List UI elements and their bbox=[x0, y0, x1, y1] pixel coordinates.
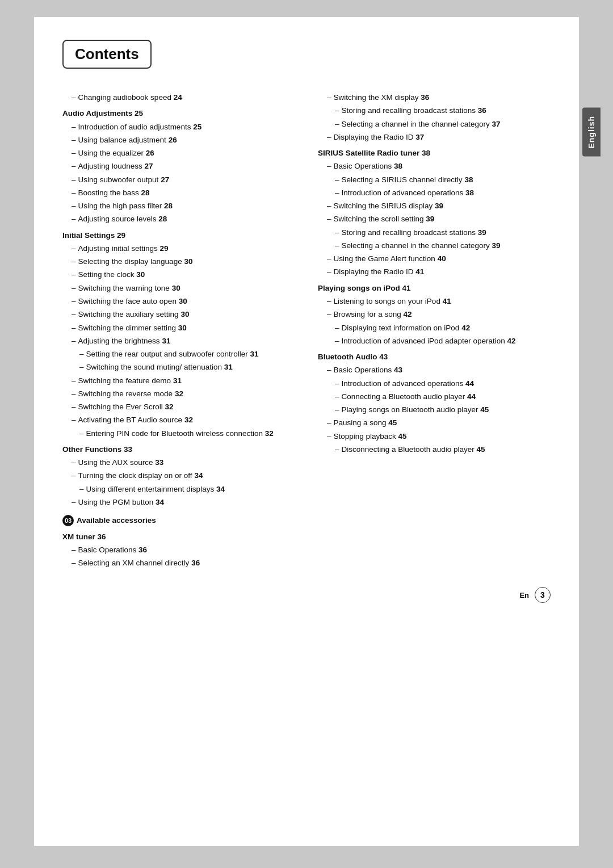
dash-icon: – bbox=[79, 485, 84, 493]
sub-label: Activating the BT Audio source bbox=[78, 416, 183, 424]
list-item: –Selecting the display language 30 bbox=[62, 255, 295, 268]
list-item: –Using the AUX source 33 bbox=[62, 456, 295, 469]
sub2-num: 37 bbox=[492, 120, 500, 128]
sub2-label: Introduction of advanced operations bbox=[342, 188, 464, 197]
sub-num: 34 bbox=[194, 471, 203, 480]
sub2-num: 38 bbox=[465, 188, 474, 197]
sub-label: Using the Game Alert function bbox=[334, 254, 435, 263]
sub-label: Using balance adjustment bbox=[78, 136, 166, 144]
sub-num: 29 bbox=[160, 244, 169, 253]
sub2-num: 39 bbox=[492, 241, 500, 250]
dash-icon: – bbox=[327, 162, 331, 170]
sub-num: 30 bbox=[179, 297, 187, 305]
section-num: 38 bbox=[422, 149, 430, 157]
list-item: –Changing audiobook speed 24 bbox=[62, 91, 295, 104]
sub2-num: 31 bbox=[250, 350, 258, 358]
dash-icon: – bbox=[327, 297, 331, 305]
sub-label: Using the PGM button bbox=[78, 498, 154, 506]
dash-icon: – bbox=[72, 284, 76, 292]
dash-icon: – bbox=[72, 93, 76, 102]
sub-label: Switching the warning tone bbox=[78, 284, 170, 292]
dash-icon: – bbox=[327, 254, 331, 263]
list-item: –Activating the BT Audio source 32 bbox=[62, 414, 295, 426]
sub-label: Changing audiobook speed bbox=[78, 93, 171, 102]
contents-area: –Changing audiobook speed 24Audio Adjust… bbox=[62, 91, 551, 570]
list-item: Initial Settings 29 bbox=[62, 229, 295, 242]
list-item: –Switching the warning tone 30 bbox=[62, 282, 295, 295]
list-item: –Connecting a Bluetooth audio player 44 bbox=[318, 391, 551, 403]
sub-label: Switching the reverse mode bbox=[78, 389, 173, 398]
sub2-label: Introduction of advanced iPod adapter op… bbox=[342, 337, 505, 345]
dash-icon: – bbox=[72, 376, 76, 385]
sub-label: Switching the XM display bbox=[334, 93, 419, 102]
list-item: –Switching the scroll setting 39 bbox=[318, 213, 551, 225]
dash-icon: – bbox=[72, 297, 76, 305]
sub-num: 30 bbox=[136, 270, 145, 279]
dash-icon: – bbox=[335, 445, 339, 454]
sub-label: Basic Operations bbox=[334, 366, 392, 374]
dash-icon: – bbox=[72, 136, 76, 144]
sub2-num: 31 bbox=[224, 363, 233, 371]
section-label: Audio Adjustments bbox=[62, 109, 132, 118]
list-item: –Selecting a channel in the channel cate… bbox=[318, 240, 551, 252]
footer: En 3 bbox=[62, 587, 551, 603]
sub2-num: 42 bbox=[507, 337, 516, 345]
list-item: –Introduction of advanced operations 44 bbox=[318, 378, 551, 390]
dash-icon: – bbox=[72, 123, 76, 131]
sub-num: 45 bbox=[398, 432, 407, 441]
list-item: –Displaying text information on iPod 42 bbox=[318, 322, 551, 334]
dash-icon: – bbox=[72, 471, 76, 480]
sub-label: Selecting an XM channel directly bbox=[78, 559, 190, 567]
dash-icon: – bbox=[72, 498, 76, 506]
sub2-label: Storing and recalling broadcast stations bbox=[342, 228, 476, 237]
dash-icon: – bbox=[72, 310, 76, 318]
sub2-label: Switching the sound muting/ attenuation bbox=[86, 363, 222, 371]
section-label: Playing songs on iPod bbox=[318, 284, 400, 292]
section-num: 33 bbox=[124, 445, 132, 454]
list-item: –Using subwoofer output 27 bbox=[62, 174, 295, 186]
list-item: Bluetooth Audio 43 bbox=[318, 351, 551, 363]
list-item: –Setting the rear output and subwoofer c… bbox=[62, 348, 295, 360]
dash-icon: – bbox=[335, 392, 339, 401]
dash-icon: – bbox=[72, 324, 76, 332]
list-item: –Displaying the Radio ID 41 bbox=[318, 266, 551, 278]
dash-icon: – bbox=[335, 379, 339, 388]
dash-icon: – bbox=[72, 458, 76, 467]
dash-icon: – bbox=[72, 337, 76, 345]
list-item: –Turning the clock display on or off 34 bbox=[62, 469, 295, 482]
list-item: –Selecting a SIRIUS channel directly 38 bbox=[318, 174, 551, 186]
sub2-num: 45 bbox=[480, 405, 489, 414]
dash-icon: – bbox=[79, 363, 84, 371]
list-item: –Playing songs on Bluetooth audio player… bbox=[318, 404, 551, 416]
dash-icon: – bbox=[72, 188, 76, 197]
dash-icon: – bbox=[72, 244, 76, 253]
dash-icon: – bbox=[335, 188, 339, 197]
sub2-num: 45 bbox=[476, 445, 485, 454]
list-item: –Basic Operations 36 bbox=[62, 544, 295, 556]
dash-icon: – bbox=[335, 106, 339, 115]
title-box: Contents bbox=[62, 40, 152, 69]
list-item: –Using different entertainment displays … bbox=[62, 483, 295, 496]
sub-label: Introduction of audio adjustments bbox=[78, 123, 191, 131]
list-item: –Introduction of advanced iPod adapter o… bbox=[318, 335, 551, 347]
footer-page-number: 3 bbox=[535, 587, 551, 603]
list-item: –Selecting a channel in the channel cate… bbox=[318, 118, 551, 131]
list-item: –Switching the face auto open 30 bbox=[62, 295, 295, 308]
sub2-num: 38 bbox=[464, 175, 473, 184]
sub-num: 39 bbox=[426, 215, 434, 223]
sub-label: Using subwoofer output bbox=[78, 175, 159, 184]
dash-icon: – bbox=[327, 418, 331, 427]
sub-num: 25 bbox=[193, 123, 201, 131]
list-item: –Displaying the Radio ID 37 bbox=[318, 131, 551, 144]
list-item: –Entering PIN code for Bluetooth wireles… bbox=[62, 427, 295, 440]
sub-num: 31 bbox=[162, 337, 170, 345]
sub-label: Using the high pass filter bbox=[78, 202, 162, 210]
sub-label: Switching the face auto open bbox=[78, 297, 177, 305]
list-item: –Using the Game Alert function 40 bbox=[318, 253, 551, 265]
section-num: 43 bbox=[379, 353, 388, 361]
list-item: –Storing and recalling broadcast station… bbox=[318, 104, 551, 117]
sub2-num: 44 bbox=[467, 392, 476, 401]
sub2-num: 32 bbox=[265, 429, 274, 438]
dash-icon: – bbox=[335, 337, 339, 345]
list-item: –Listening to songs on your iPod 41 bbox=[318, 295, 551, 308]
